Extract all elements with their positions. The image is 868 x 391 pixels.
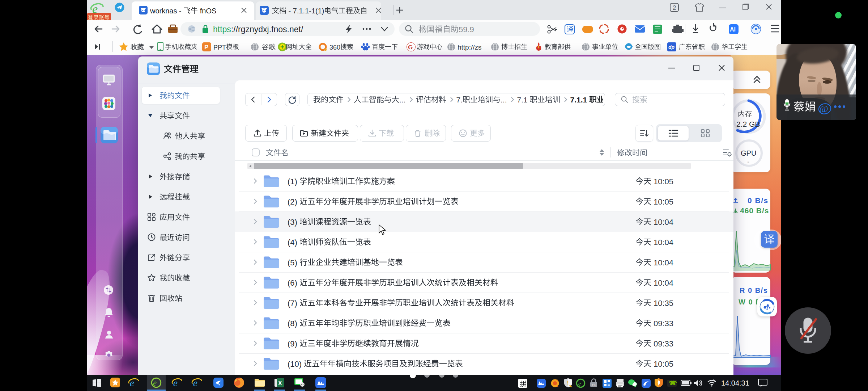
svg-text:dp: dp	[668, 44, 675, 50]
svg-text:AI: AI	[730, 26, 736, 33]
svg-text:e: e	[153, 378, 157, 387]
svg-text:2: 2	[673, 4, 676, 11]
svg-text:!: !	[567, 380, 569, 386]
svg-text:e: e	[578, 380, 581, 387]
svg-text:X: X	[278, 380, 282, 386]
svg-text:Fn: Fn	[592, 383, 595, 387]
